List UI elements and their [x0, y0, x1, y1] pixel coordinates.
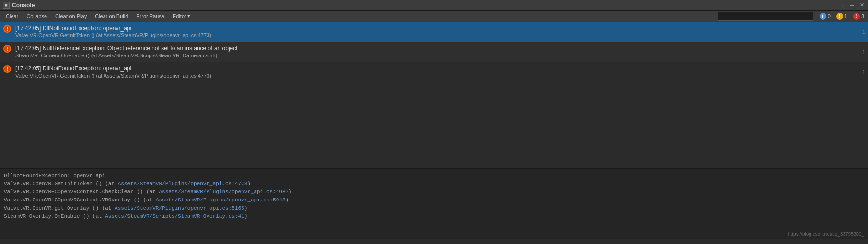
log-text-col: [17:42:05] DllNotFoundException: openvr_… [14, 23, 854, 41]
title-bar-controls: ⋮ ─ ✕ [839, 2, 865, 9]
minimize-icon[interactable]: ─ [849, 2, 856, 9]
error-count: 3 [861, 13, 864, 19]
detail-line: Valve.VR.OpenVR.GetInitToken () (at Asse… [4, 180, 864, 188]
detail-line: SteamVR_Overlay.OnEnable () (at Assets/S… [4, 212, 864, 221]
log-count-col: 1 [854, 43, 868, 61]
info-badge[interactable]: i 0 [818, 13, 833, 20]
log-area[interactable]: ! [17:42:05] DllNotFoundException: openv… [0, 22, 868, 168]
warn-badge-icon: ! [836, 13, 843, 20]
detail-line: Valve.VR.OpenVR+COpenVRContext.CheckClea… [4, 188, 864, 196]
log-entry[interactable]: ! [17:42:05] NullReferenceException: Obj… [0, 42, 868, 62]
warn-count: 1 [845, 13, 847, 19]
clear-on-build-button[interactable]: Clear on Build [91, 11, 132, 21]
log-text-col: [17:42:05] DllNotFoundException: openvr_… [14, 63, 854, 81]
log-entry[interactable]: ! [17:42:05] DllNotFoundException: openv… [0, 62, 868, 82]
window-title: Console [12, 2, 35, 9]
error-icon: ! [3, 45, 11, 53]
log-line2: Valve.VR.OpenVR.GetInitToken () (at Asse… [15, 32, 853, 39]
detail-link[interactable]: Assets/SteamVR/Scripts/SteamVR_Overlay.c… [105, 213, 244, 219]
detail-line: Valve.VR.OpenVR+COpenVRContext.VROverlay… [4, 196, 864, 204]
log-text-col: [17:42:05] NullReferenceException: Objec… [14, 43, 854, 61]
log-icon-col: ! [0, 63, 14, 81]
warn-badge[interactable]: ! 1 [834, 13, 849, 20]
clear-button[interactable]: Clear [2, 11, 22, 21]
log-line2: Valve.VR.OpenVR.GetInitToken () (at Asse… [15, 72, 853, 79]
search-input[interactable] [718, 12, 813, 21]
title-bar: ■ Console ⋮ ─ ✕ [0, 0, 868, 11]
badge-group: i 0 ! 1 ! 3 [818, 13, 866, 20]
log-entry[interactable]: ! [17:42:05] DllNotFoundException: openv… [0, 22, 868, 42]
close-icon[interactable]: ✕ [858, 2, 865, 9]
log-icon-col: ! [0, 43, 14, 61]
editor-label: Editor [173, 13, 186, 19]
log-line1: [17:42:05] DllNotFoundException: openvr_… [15, 65, 853, 72]
detail-area: DllNotFoundException: openvr_apiValve.VR… [0, 168, 868, 239]
error-icon: ! [3, 65, 11, 73]
editor-dropdown-button[interactable]: Editor ▾ [169, 11, 194, 21]
detail-line: Valve.VR.OpenVR.get_Overlay () (at Asset… [4, 204, 864, 212]
log-count-col: 1 [854, 63, 868, 81]
watermark: https://blog.csdn.net/qq_33795300_ [788, 232, 864, 237]
console-icon: ■ [3, 2, 10, 9]
log-icon-col: ! [0, 23, 14, 41]
error-badge[interactable]: ! 3 [851, 13, 866, 20]
detail-link[interactable]: Assets/SteamVR/Plugins/openvr_api.cs:498… [159, 189, 289, 195]
error-icon: ! [3, 25, 11, 33]
menu-icon[interactable]: ⋮ [839, 2, 846, 9]
detail-link[interactable]: Assets/SteamVR/Plugins/openvr_api.cs:516… [115, 205, 244, 211]
detail-link[interactable]: Assets/SteamVR/Plugins/openvr_api.cs:504… [156, 197, 286, 203]
toolbar: Clear Collapse Clear on Play Clear on Bu… [0, 11, 868, 22]
info-badge-icon: i [820, 13, 826, 20]
info-count: 0 [828, 13, 831, 19]
collapse-button[interactable]: Collapse [23, 11, 51, 21]
detail-line: DllNotFoundException: openvr_api [4, 172, 864, 180]
log-line1: [17:42:05] NullReferenceException: Objec… [15, 44, 853, 52]
detail-link[interactable]: Assets/SteamVR/Plugins/openvr_api.cs:477… [118, 181, 248, 187]
log-count-col: 1 [854, 23, 868, 41]
clear-on-play-button[interactable]: Clear on Play [51, 11, 91, 21]
error-badge-icon: ! [853, 13, 860, 20]
editor-dropdown-icon: ▾ [187, 13, 190, 19]
log-line2: SteamVR_Camera.OnEnable () (at Assets/St… [15, 52, 853, 59]
log-line1: [17:42:05] DllNotFoundException: openvr_… [15, 24, 853, 32]
error-pause-button[interactable]: Error Pause [132, 11, 168, 21]
